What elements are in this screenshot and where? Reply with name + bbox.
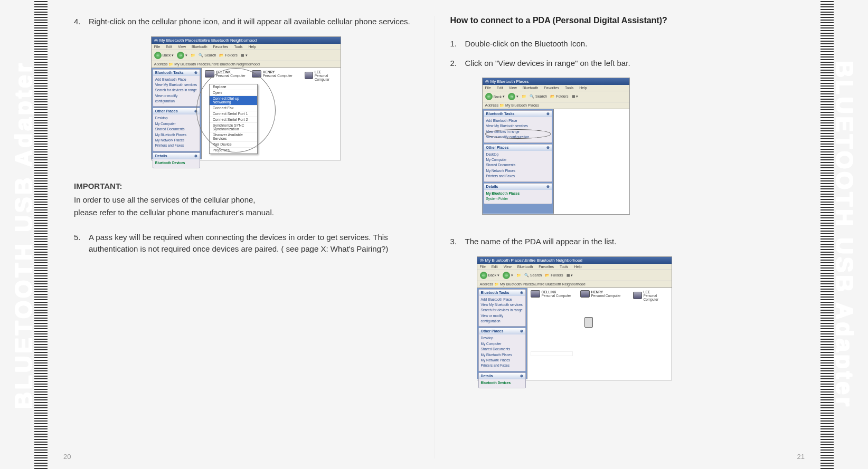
place-link[interactable]: Desktop [481, 336, 523, 341]
folders-button[interactable]: 📂 Folders [219, 53, 237, 58]
place-link[interactable]: Shared Documents [481, 347, 523, 352]
place-link[interactable]: Shared Documents [486, 162, 550, 168]
menu-edit[interactable]: Edit [166, 45, 172, 49]
menu-view[interactable]: View [509, 86, 517, 90]
place-link[interactable]: My Computer [481, 341, 523, 347]
menu-view[interactable]: View [178, 45, 186, 49]
menu-favorites[interactable]: Favorites [544, 86, 559, 90]
views-button[interactable]: ▦ ▾ [572, 94, 579, 99]
computer-icon [305, 72, 313, 79]
menu-view[interactable]: View [504, 265, 512, 269]
spine-right: BLUETOOTH USB Adapter [820, 0, 868, 469]
task-link[interactable]: Add Bluetooth Place [486, 118, 550, 123]
search-button[interactable]: 🔍 Search [524, 273, 542, 277]
views-button[interactable]: ▦ ▾ [241, 53, 248, 58]
task-link[interactable]: Add Bluetooth Place [155, 77, 197, 82]
menu-bluetooth[interactable]: Bluetooth [523, 86, 539, 90]
computer-icon [531, 290, 540, 298]
menuitem-pair[interactable]: Pair Device [210, 142, 257, 148]
place-link[interactable]: Shared Documents [155, 127, 197, 132]
back-button[interactable]: ←Back ▾ [485, 93, 505, 100]
task-link[interactable]: View or modify configuration [481, 313, 523, 324]
up-icon[interactable]: 📁 [516, 273, 521, 277]
menu-help[interactable]: Help [574, 265, 581, 269]
place-link[interactable]: My Bluetooth Places [155, 132, 197, 138]
folders-button[interactable]: 📂 Folders [545, 273, 563, 277]
spine-text: BLUETOOTH USB Adapter [11, 61, 37, 409]
menu-bluetooth[interactable]: Bluetooth [192, 45, 207, 49]
menuitem-dialup[interactable]: Connect Dial-up Networking [210, 96, 257, 106]
place-link[interactable]: Printers and Faxes [486, 174, 550, 179]
window-titlebar: ◎My Bluetooth Places\Entire Bluetooth Ne… [152, 37, 341, 44]
place-link[interactable]: Printers and Faxes [481, 363, 523, 368]
folders-button[interactable]: 📂 Folders [550, 94, 568, 99]
menu-tools[interactable]: Tools [565, 86, 573, 90]
menuitem-properties[interactable]: Properties [210, 148, 257, 154]
task-link[interactable]: Search for devices in range [155, 88, 197, 93]
forward-button[interactable]: → ▾ [503, 272, 513, 279]
device-lee[interactable]: LEEPersonal Computer [633, 290, 672, 301]
menuitem-fax[interactable]: Connect Fax [210, 106, 257, 111]
menuitem-open[interactable]: Open [210, 90, 257, 96]
address-bar: Address 📁 My Bluetooth Places\Entire Blu… [152, 61, 341, 68]
place-link[interactable]: My Computer [486, 157, 550, 162]
window-titlebar: ◎My Bluetooth Places [483, 78, 629, 85]
menuitem-explore[interactable]: Explore [210, 84, 257, 90]
menu-edit[interactable]: Edit [497, 86, 503, 90]
step-text: A pass key will be required when connect… [89, 232, 418, 255]
place-link[interactable]: Printers and Faxes [155, 143, 197, 148]
menuitem-sync[interactable]: Synchronize SYNC Synchronization [210, 123, 257, 132]
menu-tools[interactable]: Tools [560, 265, 568, 269]
menuitem-serial2[interactable]: Connect Serial Port 2 [210, 117, 257, 123]
task-link[interactable]: View or modify configuration [155, 93, 197, 104]
up-icon[interactable]: 📁 [522, 94, 526, 99]
menubar: File Edit View Bluetooth Favorites Tools… [483, 85, 629, 91]
place-link[interactable]: My Computer [155, 121, 197, 127]
menuitem-serial1[interactable]: Connect Serial Port 1 [210, 111, 257, 117]
device-henry[interactable]: HENRYPersonal Computer [252, 70, 293, 78]
place-link[interactable]: My Network Places [486, 168, 550, 174]
menu-tools[interactable]: Tools [234, 45, 242, 49]
menu-favorites[interactable]: Favorites [213, 45, 229, 49]
menuitem-discover[interactable]: Discover Available Services [210, 132, 257, 142]
main-pane: CELLINKPersonal Computer HENRYPersonal C… [202, 68, 341, 159]
step-4: 4. Right-click on the cellular phone ico… [74, 16, 418, 28]
step-text: Click on "View devices in range" on the … [465, 58, 795, 70]
search-button[interactable]: 🔍 Search [530, 94, 547, 99]
device-cellink[interactable]: CELLINKPersonal Computer [531, 290, 571, 298]
menu-edit[interactable]: Edit [492, 265, 498, 269]
place-link[interactable]: Desktop [155, 116, 197, 121]
place-link[interactable]: Desktop [486, 152, 550, 157]
menu-bluetooth[interactable]: Bluetooth [517, 265, 533, 269]
device-henry[interactable]: HENRYPersonal Computer [580, 290, 621, 298]
menu-favorites[interactable]: Favorites [539, 265, 554, 269]
menu-help[interactable]: Help [579, 86, 587, 90]
back-button[interactable]: ←Back ▾ [480, 272, 500, 279]
task-link[interactable]: Add Bluetooth Place [481, 297, 523, 302]
step-2: 2. Click on "View devices in range" on t… [450, 58, 795, 70]
views-button[interactable]: ▦ ▾ [567, 273, 573, 277]
task-link[interactable]: View My Bluetooth services [481, 302, 523, 308]
menu-file[interactable]: File [485, 86, 491, 90]
task-link[interactable]: Search for devices in range [481, 308, 523, 313]
pda-icon[interactable] [584, 317, 593, 328]
forward-button[interactable]: → ▾ [508, 93, 518, 100]
forward-button[interactable]: → ▾ [177, 52, 187, 59]
menu-file[interactable]: File [154, 45, 160, 49]
step-1: 1. Double-click on the Bluetooth Icon. [450, 38, 795, 50]
important-text: In order to use all the services of the … [74, 194, 418, 219]
back-button[interactable]: ←Back ▾ [154, 52, 174, 59]
sidebar: Bluetooth Tasks⊗ Add Bluetooth Place Vie… [477, 288, 527, 379]
place-link[interactable]: My Network Places [155, 138, 197, 143]
place-link[interactable]: My Network Places [481, 358, 523, 363]
menubar: File Edit View Bluetooth Favorites Tools… [477, 264, 672, 270]
task-link[interactable]: View My Bluetooth services [155, 82, 197, 88]
search-button[interactable]: 🔍 Search [199, 53, 216, 58]
device-lee[interactable]: LEEPersonal Computer [305, 70, 341, 81]
place-link[interactable]: My Bluetooth Places [481, 352, 523, 358]
menu-file[interactable]: File [480, 265, 486, 269]
menu-help[interactable]: Help [248, 45, 256, 49]
task-link[interactable]: View My Bluetooth services [486, 123, 550, 129]
up-icon[interactable]: 📁 [191, 53, 195, 58]
device-cellink[interactable]: CELLINKPersonal Computer [205, 70, 246, 78]
